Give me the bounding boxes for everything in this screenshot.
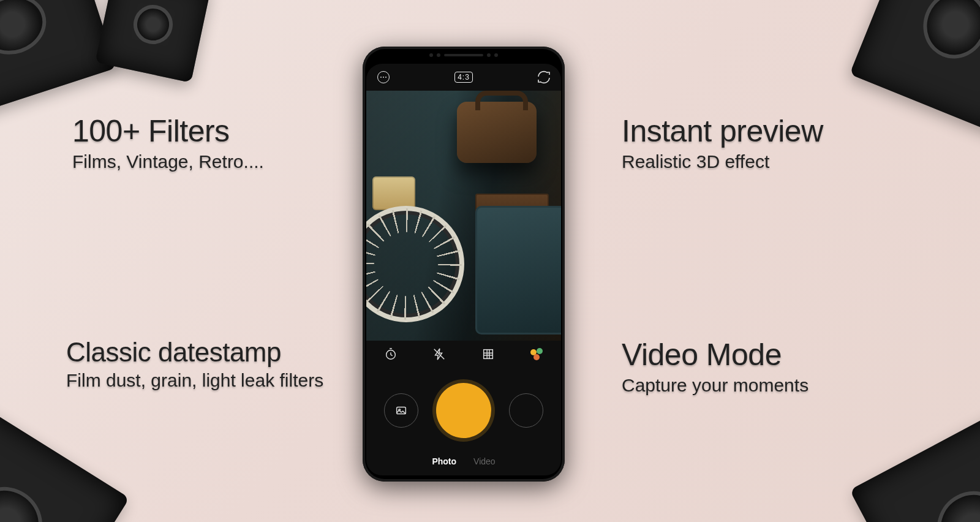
feature-title: Video Mode [622, 337, 809, 373]
gallery-button[interactable] [384, 393, 418, 428]
timer-icon[interactable] [384, 347, 398, 361]
aspect-ratio-toggle[interactable]: 4:3 [454, 72, 473, 83]
mode-video[interactable]: Video [473, 456, 496, 466]
phone-mockup: 4:3 [363, 47, 565, 482]
feature-instant-preview: Instant preview Realistic 3D effect [622, 113, 823, 172]
camera-app-screen: 4:3 [366, 64, 561, 475]
feature-filters: 100+ Filters Films, Vintage, Retro.... [72, 113, 264, 172]
decor-camera-top-left-2 [95, 0, 211, 83]
flash-off-icon[interactable] [432, 347, 446, 361]
feature-subtitle: Films, Vintage, Retro.... [72, 151, 264, 172]
feature-subtitle: Realistic 3D effect [622, 151, 823, 172]
camera-tool-bar [366, 341, 561, 368]
more-icon[interactable] [376, 70, 391, 85]
viewfinder-bicycle-prop [366, 206, 464, 322]
color-filter-icon[interactable] [530, 347, 543, 361]
shutter-button[interactable] [436, 383, 491, 438]
camera-top-bar: 4:3 [366, 64, 561, 91]
mode-switcher: Photo Video [366, 453, 561, 475]
phone-notch [363, 47, 565, 64]
feature-subtitle: Capture your moments [622, 375, 809, 396]
camera-switch-icon[interactable] [537, 70, 551, 85]
filter-wheel-button[interactable] [509, 393, 543, 428]
decor-camera-bottom-left [0, 401, 129, 522]
feature-title: Instant preview [622, 113, 823, 149]
feature-subtitle: Film dust, grain, light leak filters [66, 370, 323, 391]
viewfinder-basket-prop [372, 176, 415, 210]
camera-controls [366, 368, 561, 453]
mode-photo[interactable]: Photo [432, 456, 456, 466]
feature-title: Classic datestamp [66, 337, 323, 368]
decor-camera-top-right [850, 0, 980, 134]
grid-icon[interactable] [481, 347, 495, 361]
viewfinder-suitcase-prop [475, 206, 561, 335]
viewfinder-bag-prop [457, 102, 537, 163]
feature-datestamp: Classic datestamp Film dust, grain, ligh… [66, 337, 323, 391]
feature-video-mode: Video Mode Capture your moments [622, 337, 809, 396]
decor-camera-bottom-right [850, 404, 980, 522]
feature-title: 100+ Filters [72, 113, 264, 149]
svg-rect-1 [483, 350, 492, 359]
viewfinder[interactable] [366, 91, 561, 341]
